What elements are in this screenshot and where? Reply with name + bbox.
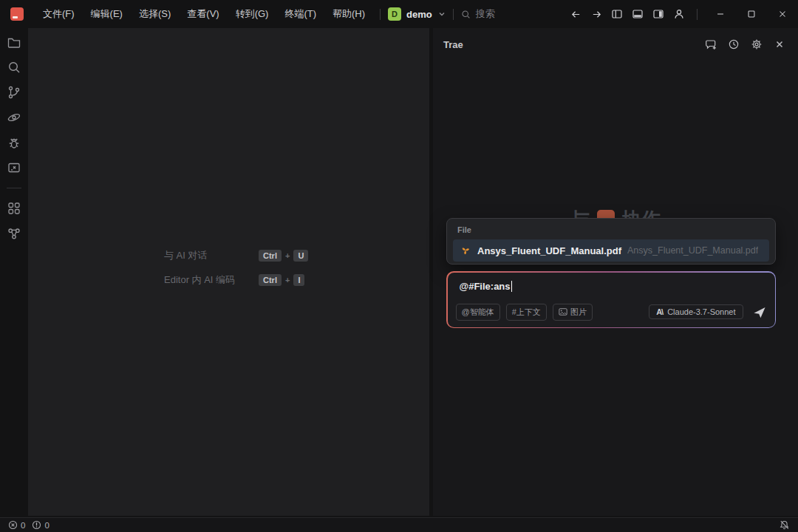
menu-view[interactable]: 查看(V) bbox=[180, 4, 226, 24]
account-button[interactable] bbox=[669, 0, 689, 28]
menu-terminal[interactable]: 终端(T) bbox=[277, 4, 324, 24]
hint-inline-ai-label: Editor 内 AI 编码 bbox=[164, 273, 259, 287]
search-placeholder: 搜索 bbox=[476, 7, 495, 21]
model-name: Claude-3.7-Sonnet bbox=[667, 307, 735, 316]
status-bar: 0 0 bbox=[0, 517, 798, 532]
app-logo-icon[interactable] bbox=[10, 7, 24, 21]
history-clock-icon[interactable] bbox=[728, 38, 740, 50]
context-chip-label: #上下文 bbox=[512, 307, 541, 318]
error-count: 0 bbox=[21, 521, 25, 530]
context-chip-button[interactable]: #上下文 bbox=[506, 304, 547, 321]
error-circle-icon bbox=[8, 520, 18, 530]
toggle-panel-button[interactable] bbox=[627, 0, 648, 28]
chat-input-text: @#File:ans bbox=[460, 281, 513, 292]
chat-input-box[interactable]: @#File:ans @智能体 #上下文 图片 A\ bbox=[448, 273, 775, 327]
keycap-i: I bbox=[293, 274, 304, 286]
key-separator: + bbox=[285, 251, 290, 260]
keycap-ctrl: Ctrl bbox=[259, 250, 282, 262]
nav-back-button[interactable] bbox=[565, 0, 586, 28]
debug-bug-icon[interactable] bbox=[7, 135, 21, 150]
toggle-primary-sidebar-button[interactable] bbox=[607, 0, 627, 28]
maximize-icon bbox=[746, 9, 757, 19]
titlebar-search[interactable]: 搜索 bbox=[461, 7, 495, 21]
model-selector-button[interactable]: A\ Claude-3.7-Sonnet bbox=[649, 304, 743, 319]
file-suggestion-popup: File Ansys_Fluent_UDF_Manual.pdf Ansys_F… bbox=[446, 218, 776, 265]
send-button[interactable] bbox=[752, 305, 766, 319]
chat-input-value: @#File:ans bbox=[460, 281, 511, 292]
text-cursor bbox=[511, 281, 513, 292]
anthropic-logo-icon: A\ bbox=[656, 307, 663, 316]
file-section-label: File bbox=[457, 225, 775, 234]
search-sidebar-icon[interactable] bbox=[7, 60, 21, 75]
workspace-name: demo bbox=[406, 9, 432, 20]
menu-edit[interactable]: 编辑(E) bbox=[83, 4, 130, 24]
agent-chip-button[interactable]: @智能体 bbox=[456, 304, 500, 321]
hint-ai-chat-keys: Ctrl + U bbox=[259, 250, 308, 262]
warning-circle-icon bbox=[32, 520, 41, 530]
keycap-ctrl: Ctrl bbox=[259, 274, 282, 286]
image-icon bbox=[559, 307, 567, 316]
titlebar: 文件(F) 编辑(E) 选择(S) 查看(V) 转到(G) 终端(T) 帮助(H… bbox=[0, 0, 798, 28]
chevron-down-icon bbox=[438, 10, 446, 18]
app-window: 文件(F) 编辑(E) 选择(S) 查看(V) 转到(G) 终端(T) 帮助(H… bbox=[0, 0, 798, 532]
panel-right-icon bbox=[652, 8, 664, 20]
arrow-right-icon bbox=[591, 9, 602, 20]
review-eye-icon[interactable] bbox=[7, 110, 21, 125]
image-chip-button[interactable]: 图片 bbox=[553, 304, 593, 321]
workspace-badge: D bbox=[388, 7, 401, 21]
logo-dash bbox=[13, 16, 18, 18]
menu-selection[interactable]: 选择(S) bbox=[132, 4, 178, 24]
arrow-left-icon bbox=[570, 9, 582, 20]
person-icon bbox=[673, 8, 685, 20]
hint-inline-ai-keys: Ctrl + I bbox=[259, 274, 308, 286]
chat-panel-title: Trae bbox=[443, 39, 463, 50]
hint-ai-chat-label: 与 AI 对话 bbox=[164, 249, 259, 262]
menu-help[interactable]: 帮助(H) bbox=[325, 4, 372, 24]
toggle-secondary-sidebar-button[interactable] bbox=[648, 0, 669, 28]
chat-input-toolbar: @智能体 #上下文 图片 A\ Claude-3.7-Sonnet bbox=[456, 304, 766, 321]
ai-chat-panel: Trae 与 协作 File Ansys_Fluent_UDF_Manua bbox=[433, 28, 798, 516]
file-suggestion-item[interactable]: Ansys_Fluent_UDF_Manual.pdf Ansys_Fluent… bbox=[453, 239, 769, 262]
minimize-icon bbox=[715, 9, 726, 19]
titlebar-separator bbox=[697, 9, 698, 20]
chat-panel-header: Trae bbox=[433, 28, 798, 61]
notifications-button[interactable] bbox=[779, 519, 790, 531]
maximize-button[interactable] bbox=[736, 0, 767, 28]
settings-gear-icon[interactable] bbox=[751, 38, 763, 50]
agent-chip-label: @智能体 bbox=[462, 307, 494, 318]
close-panel-icon[interactable] bbox=[774, 38, 785, 50]
nav-forward-button[interactable] bbox=[586, 0, 607, 28]
file-name: Ansys_Fluent_UDF_Manual.pdf bbox=[477, 245, 621, 256]
titlebar-separator bbox=[453, 9, 454, 20]
menu-go[interactable]: 转到(G) bbox=[228, 4, 276, 24]
titlebar-separator bbox=[380, 9, 381, 20]
key-separator: + bbox=[285, 276, 290, 284]
titlebar-actions bbox=[565, 0, 798, 28]
activity-bar bbox=[0, 28, 28, 517]
pdf-file-icon bbox=[460, 245, 471, 256]
image-chip-label: 图片 bbox=[570, 307, 587, 318]
search-icon bbox=[461, 10, 471, 19]
chat-panel-actions bbox=[705, 38, 785, 50]
activity-bar-divider bbox=[7, 188, 21, 188]
webhook-icon[interactable] bbox=[7, 226, 21, 241]
editor-area[interactable]: 与 AI 对话 Ctrl + U Editor 内 AI 编码 Ctrl + I bbox=[28, 28, 429, 516]
chat-input-border: @#File:ans @智能体 #上下文 图片 A\ bbox=[446, 271, 776, 328]
problems-indicator[interactable]: 0 0 bbox=[8, 520, 53, 530]
remote-window-icon[interactable] bbox=[7, 160, 21, 175]
keycap-u: U bbox=[293, 250, 308, 262]
minimize-button[interactable] bbox=[705, 0, 736, 28]
warning-count: 0 bbox=[44, 521, 49, 530]
explorer-folder-icon[interactable] bbox=[7, 35, 21, 50]
source-control-icon[interactable] bbox=[7, 85, 21, 100]
panel-bottom-icon bbox=[632, 8, 644, 20]
close-icon bbox=[777, 9, 788, 19]
new-chat-icon[interactable] bbox=[705, 38, 717, 50]
workspace-switcher[interactable]: D demo bbox=[388, 7, 446, 21]
close-window-button[interactable] bbox=[767, 0, 798, 28]
editor-shortcut-hints: 与 AI 对话 Ctrl + U Editor 内 AI 编码 Ctrl + I bbox=[164, 249, 308, 287]
panel-left-icon bbox=[611, 8, 623, 20]
apps-grid-icon[interactable] bbox=[7, 201, 21, 216]
menu-file[interactable]: 文件(F) bbox=[35, 4, 82, 24]
file-path: Ansys_Fluent_UDF_Manual.pdf bbox=[627, 245, 758, 256]
